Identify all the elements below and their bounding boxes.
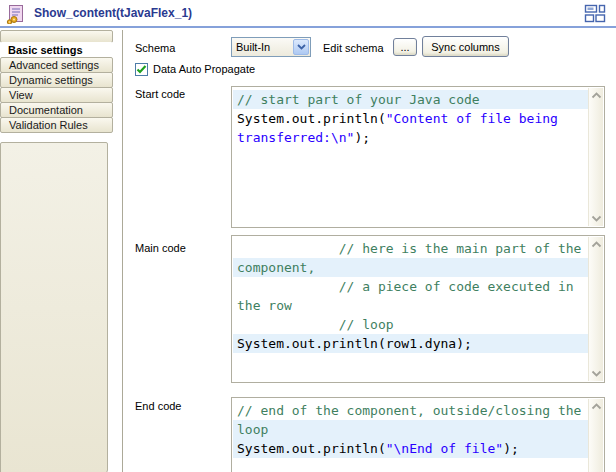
code-line: System.out.println("Content of file bein…	[233, 109, 588, 128]
schema-combobox[interactable]: Built-In	[231, 37, 311, 57]
sidebar-item-view[interactable]: View	[0, 87, 113, 103]
sidebar-item-label: Advanced settings	[9, 59, 99, 71]
code-line: transferred:\n");	[233, 128, 588, 147]
code-line: // here is the main part of the	[233, 239, 588, 258]
code-line: the row	[233, 296, 588, 315]
code-line: // start part of your Java code	[233, 90, 588, 109]
edit-schema-label: Edit schema	[323, 42, 384, 54]
schema-combobox-value: Built-In	[232, 41, 293, 53]
sidebar-item-label: View	[9, 89, 33, 101]
scroll-up-icon[interactable]	[589, 88, 604, 103]
code-token-code: );	[503, 441, 519, 456]
scroll-down-icon[interactable]	[589, 366, 604, 381]
code-token-code: System.out.println(row1.dyna);	[237, 336, 472, 351]
start-code-text[interactable]: // start part of your Java codeSystem.ou…	[233, 88, 588, 226]
sidebar-item-basic-settings[interactable]: Basic settings	[0, 42, 113, 58]
main-code-text[interactable]: // here is the main part of thecomponent…	[233, 237, 588, 381]
vertical-scrollbar[interactable]	[588, 399, 603, 472]
settings-sidebar: Basic settings Advanced settings Dynamic…	[0, 30, 122, 472]
chevron-down-icon[interactable]	[293, 39, 309, 55]
code-line: // a piece of code executed in	[233, 277, 588, 296]
schema-label: Schema	[135, 42, 175, 54]
code-token-comment: // here is the main part of the	[237, 241, 581, 256]
code-token-comment: // start part of your Java code	[237, 92, 480, 107]
start-code-editor[interactable]: // start part of your Java codeSystem.ou…	[231, 86, 605, 228]
code-token-string: transferred:\n"	[237, 130, 354, 145]
check-icon	[136, 64, 147, 75]
code-token-string: "\nEnd of file"	[386, 441, 503, 456]
panel-header: Show_content(tJavaFlex_1)	[0, 0, 616, 28]
code-token-code: System.out.println(	[237, 111, 386, 126]
sidebar-filler	[0, 142, 108, 472]
sidebar-item-label: Basic settings	[8, 44, 83, 56]
edit-schema-button[interactable]: ...	[393, 38, 417, 56]
tjavaflex-component-icon	[6, 4, 26, 24]
component-title: Show_content(tJavaFlex_1)	[34, 6, 192, 20]
code-token-comment: // end of the component, outside/closing…	[237, 403, 581, 418]
code-token-comment: // a piece of code executed in	[237, 279, 574, 294]
restore-view-icon[interactable]	[584, 4, 606, 23]
data-auto-propagate-label: Data Auto Propagate	[153, 63, 255, 75]
vertical-scrollbar[interactable]	[588, 88, 603, 226]
code-token-comment: loop	[237, 422, 268, 437]
sidebar-item-label: Validation Rules	[9, 119, 88, 131]
code-line: component,	[233, 258, 588, 277]
sync-columns-button[interactable]: Sync columns	[422, 36, 509, 57]
sidebar-item-label: Dynamic settings	[9, 74, 93, 86]
sidebar-item-validation-rules[interactable]: Validation Rules	[0, 117, 113, 133]
code-token-code: );	[354, 130, 370, 145]
sidebar-item-advanced-settings[interactable]: Advanced settings	[0, 57, 113, 73]
code-line: System.out.println("\nEnd of file");	[233, 439, 588, 458]
scroll-down-icon[interactable]	[589, 211, 604, 226]
start-code-label: Start code	[135, 88, 185, 100]
code-token-code: System.out.println(	[237, 441, 386, 456]
basic-settings-form: Schema Built-In Edit schema ... Sync col…	[123, 30, 616, 472]
component-settings-panel: Show_content(tJavaFlex_1) Basic settings…	[0, 0, 616, 472]
code-token-comment: the row	[237, 298, 292, 313]
scroll-up-icon[interactable]	[589, 399, 604, 414]
sidebar-item-documentation[interactable]: Documentation	[0, 102, 113, 118]
code-line: loop	[233, 420, 588, 439]
end-code-label: End code	[135, 400, 181, 412]
vertical-scrollbar[interactable]	[588, 237, 603, 381]
panel-body: Basic settings Advanced settings Dynamic…	[0, 30, 616, 472]
code-line: // end of the component, outside/closing…	[233, 401, 588, 420]
code-token-comment: component,	[237, 260, 315, 275]
sidebar-item-label: Documentation	[9, 104, 83, 116]
main-code-label: Main code	[135, 242, 186, 254]
code-token-string: "Content of file being	[386, 111, 558, 126]
scroll-up-icon[interactable]	[589, 237, 604, 252]
data-auto-propagate-checkbox[interactable]	[135, 63, 148, 76]
end-code-text[interactable]: // end of the component, outside/closing…	[233, 399, 588, 472]
code-line: // loop	[233, 315, 588, 334]
end-code-editor[interactable]: // end of the component, outside/closing…	[231, 397, 605, 472]
code-line: System.out.println(row1.dyna);	[233, 334, 588, 353]
code-token-comment: // loop	[237, 317, 394, 332]
sidebar-item-dynamic-settings[interactable]: Dynamic settings	[0, 72, 113, 88]
main-code-editor[interactable]: // here is the main part of thecomponent…	[231, 235, 605, 383]
